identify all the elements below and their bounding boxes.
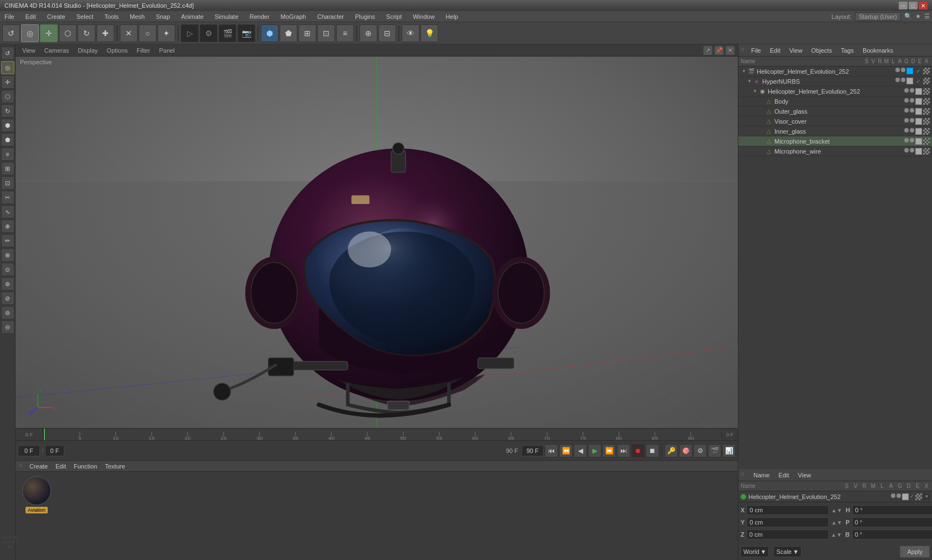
- go-to-end-button[interactable]: ⏭: [617, 444, 630, 457]
- world-dropdown[interactable]: World ▼: [741, 546, 769, 557]
- undo-button[interactable]: ↺: [2, 24, 20, 42]
- close-button[interactable]: ✕: [919, 2, 928, 9]
- delete-button[interactable]: ✕: [120, 24, 138, 42]
- obj-row-inner-glass[interactable]: ▶ △ Inner_glass: [738, 126, 932, 136]
- menu-snap[interactable]: Snap: [154, 12, 173, 21]
- menu-render[interactable]: Render: [247, 12, 272, 21]
- obj-row-helmet-group[interactable]: ▼ ◉ Helicopter_Helmet_Evolution_252: [738, 86, 932, 96]
- polygon-mode[interactable]: ⊡: [317, 24, 335, 42]
- vp-close-button[interactable]: ✕: [726, 46, 735, 55]
- menu-mograph[interactable]: MoGraph: [278, 12, 308, 21]
- options-icon[interactable]: ☰: [924, 13, 930, 20]
- move-button[interactable]: ✛: [40, 24, 58, 42]
- obj-row-hypernurbs[interactable]: ▼ ◈ HyperNURBS ✓: [738, 77, 932, 86]
- menu-plugins[interactable]: Plugins: [353, 12, 377, 21]
- obj-row-body[interactable]: ▶ △ Body: [738, 96, 932, 106]
- snap-btn[interactable]: ⊕: [359, 24, 377, 42]
- material-aviation[interactable]: Aviation: [20, 476, 53, 513]
- attr-menu-name[interactable]: Name: [751, 471, 772, 480]
- input-h[interactable]: [852, 505, 932, 515]
- obj-menu-tags[interactable]: Tags: [839, 46, 856, 55]
- keyframe-button[interactable]: 🔑: [665, 444, 678, 457]
- group-button[interactable]: ○: [139, 24, 156, 42]
- timeline-ruler[interactable]: 5 10 15 20 25 30 35 40 45 50 55 60 65 70: [43, 429, 721, 440]
- menu-window[interactable]: Window: [411, 12, 437, 21]
- obj-row-mic-wire[interactable]: ▶ △ Microphone_wire: [738, 146, 932, 156]
- render-preview[interactable]: ▷: [181, 24, 199, 42]
- step-back-button[interactable]: ⏪: [559, 444, 573, 457]
- vp-pin-button[interactable]: 📌: [715, 46, 723, 55]
- timeline-btn[interactable]: 📊: [722, 444, 736, 457]
- vp-tab-display[interactable]: Display: [74, 46, 101, 55]
- menu-simulate[interactable]: Simulate: [212, 12, 241, 21]
- vp-tab-panel[interactable]: Panel: [156, 46, 178, 55]
- light-btn[interactable]: 💡: [421, 24, 438, 42]
- obj-row-outer-glass[interactable]: ▶ △ Outer_glass: [738, 106, 932, 116]
- input-z-pos[interactable]: [747, 530, 829, 539]
- menu-tools[interactable]: Tools: [102, 12, 121, 21]
- timeline-area[interactable]: 0 F 5 10 15 20 25 30 35 40: [16, 428, 738, 440]
- scale-dropdown[interactable]: Scale ▼: [773, 546, 801, 557]
- obj-menu-edit[interactable]: Edit: [768, 46, 783, 55]
- tool-something7[interactable]: ⊙: [1, 263, 14, 276]
- play-reverse-button[interactable]: ◀: [574, 444, 587, 457]
- tool-something8[interactable]: ⊛: [1, 277, 14, 291]
- render-play-btn[interactable]: 🎬: [708, 444, 721, 457]
- tool-scale[interactable]: ⬡: [1, 90, 14, 103]
- uv-mode[interactable]: ≡: [336, 24, 354, 42]
- bp-texture-button[interactable]: Texture: [102, 462, 128, 471]
- tool-undo[interactable]: ↺: [1, 47, 14, 60]
- obj-menu-objects[interactable]: Objects: [809, 46, 834, 55]
- stop-button[interactable]: ⏹: [646, 444, 659, 457]
- settings-btn[interactable]: ⚙: [693, 444, 707, 457]
- bp-create-button[interactable]: Create: [26, 462, 51, 471]
- rotate-button[interactable]: ↻: [78, 24, 95, 42]
- scale-button[interactable]: ⬡: [59, 24, 77, 42]
- star-button[interactable]: ✦: [158, 24, 175, 42]
- menu-script[interactable]: Script: [384, 12, 404, 21]
- obj-menu-file[interactable]: File: [749, 46, 763, 55]
- frame-input-secondary[interactable]: [45, 445, 64, 456]
- end-frame-input[interactable]: [521, 445, 544, 456]
- viewport-3d[interactable]: Y X Z Perspective: [16, 57, 738, 428]
- menu-character[interactable]: Character: [315, 12, 346, 21]
- tool-something4[interactable]: ⊞: [1, 162, 14, 175]
- menu-mesh[interactable]: Mesh: [128, 12, 147, 21]
- camera-btn[interactable]: 👁: [402, 24, 419, 42]
- tool-something3[interactable]: ≡: [1, 147, 14, 161]
- tool-rotate[interactable]: ↻: [1, 104, 14, 118]
- obj-row-root[interactable]: ▼ 🎬 Helicopter_Helmet_Evolution_252 ✓: [738, 67, 932, 77]
- step-forward-button[interactable]: ⏩: [602, 444, 616, 457]
- tool-something2[interactable]: ⬟: [1, 133, 14, 146]
- select-button[interactable]: ◎: [21, 24, 39, 42]
- tool-knife[interactable]: ✂: [1, 191, 14, 204]
- minimize-button[interactable]: ─: [899, 2, 908, 9]
- tool-spline[interactable]: ∿: [1, 205, 14, 218]
- point-mode[interactable]: ⬟: [280, 24, 297, 42]
- bookmark-icon[interactable]: ★: [915, 13, 921, 20]
- obj-row-visor-cover[interactable]: ▶ △ Visor_cover: [738, 116, 932, 126]
- obj-menu-bookmarks[interactable]: Bookmarks: [860, 46, 895, 55]
- vp-tab-filter[interactable]: Filter: [133, 46, 153, 55]
- layout-value[interactable]: Startup (User): [855, 12, 901, 21]
- tool-something6[interactable]: ⊗: [1, 248, 14, 262]
- tool-something1[interactable]: ⬢: [1, 119, 14, 132]
- search-icon[interactable]: 🔍: [904, 13, 912, 20]
- bp-function-button[interactable]: Function: [70, 462, 100, 471]
- input-y-pos[interactable]: [747, 517, 829, 527]
- vp-tab-cameras[interactable]: Cameras: [41, 46, 73, 55]
- menu-edit[interactable]: Edit: [23, 12, 38, 21]
- obj-menu-view[interactable]: View: [787, 46, 805, 55]
- object-mode[interactable]: ⬢: [261, 24, 278, 42]
- menu-help[interactable]: Help: [443, 12, 460, 21]
- go-to-start-button[interactable]: ⏮: [545, 444, 558, 457]
- workplane-btn[interactable]: ⊟: [378, 24, 396, 42]
- attr-menu-view[interactable]: View: [796, 471, 813, 480]
- tool-something5[interactable]: ⊡: [1, 176, 14, 190]
- input-x-pos[interactable]: [747, 505, 829, 515]
- bp-edit-button[interactable]: Edit: [52, 462, 69, 471]
- record-button[interactable]: ⏺: [631, 444, 645, 457]
- make-preview[interactable]: 📷: [237, 24, 255, 42]
- vp-expand-button[interactable]: ↗: [703, 46, 712, 55]
- tool-something11[interactable]: ⊝: [1, 320, 14, 334]
